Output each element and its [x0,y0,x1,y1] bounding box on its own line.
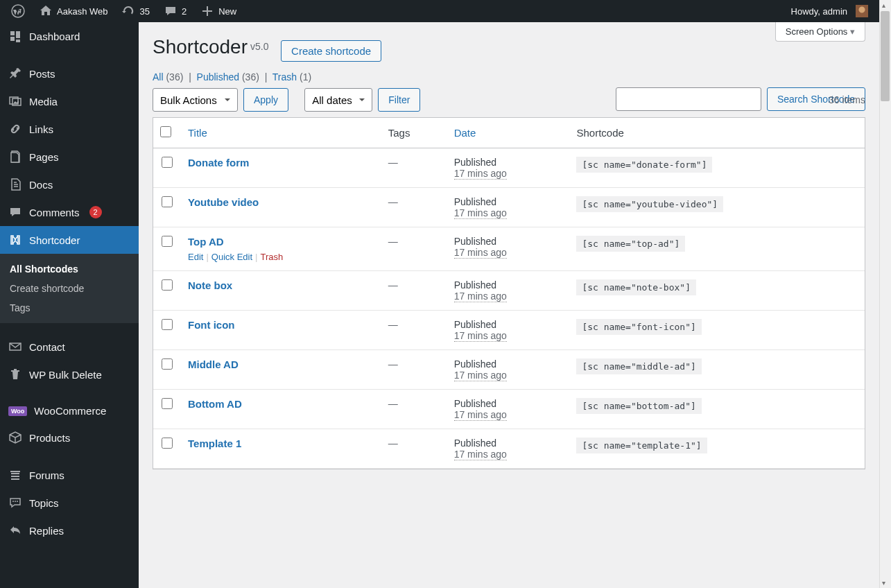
col-date[interactable]: Date [454,127,476,139]
woo-icon: Woo [8,406,27,416]
row-shortcode: [sc name="bottom-ad"] [576,398,701,414]
row-title-link[interactable]: Youtube video [188,196,259,208]
row-date: Published17 mins ago [447,350,570,390]
comments-link[interactable]: 2 [158,0,192,22]
items-count: 36 items [829,94,865,105]
row-tags: — [381,350,447,390]
sidebar-item-forums[interactable]: Forums [0,461,139,489]
dates-select[interactable]: All dates [304,88,372,112]
scroll-down-arrow[interactable]: ▾ [882,579,885,587]
filter-button[interactable]: Filter [378,88,420,112]
row-tags: — [381,271,447,311]
submenu-item-all-shortcodes[interactable]: All Shortcodes [0,259,139,279]
account-link[interactable]: Howdy, admin [786,0,874,22]
sidebar-item-docs[interactable]: Docs [0,171,139,198]
row-title-link[interactable]: Middle AD [188,358,239,370]
wp-logo[interactable] [6,0,31,22]
col-title[interactable]: Title [188,127,207,139]
row-title-link[interactable]: Font icon [188,319,235,331]
apply-button[interactable]: Apply [243,88,288,112]
sidebar-item-label: Replies [29,525,64,537]
sidebar-item-pages[interactable]: Pages [0,143,139,171]
row-date: Published17 mins ago [447,390,570,429]
sidebar-item-contact[interactable]: Contact [0,333,139,361]
filter-trash[interactable]: Trash [273,71,297,83]
wordpress-icon [11,4,25,18]
row-checkbox[interactable] [162,398,173,409]
trash-icon [8,368,22,381]
row-date: Published17 mins ago [447,188,570,227]
sidebar-item-media[interactable]: Media [0,87,139,115]
comments-count: 2 [182,6,187,17]
shortcodes-table: Title Tags Date Shortcode Donate form—Pu… [153,117,865,469]
sidebar-item-wp-bulk-delete[interactable]: WP Bulk Delete [0,361,139,388]
sidebar-item-links[interactable]: Links [0,115,139,143]
sidebar-item-dashboard[interactable]: Dashboard [0,22,139,50]
row-title-link[interactable]: Note box [188,279,232,291]
submenu-item-create-shortcode[interactable]: Create shortcode [0,279,139,298]
comment-icon [164,4,178,18]
col-tags: Tags [381,118,447,148]
row-checkbox[interactable] [162,438,173,449]
row-shortcode: [sc name="top-ad"] [576,236,685,252]
sidebar-item-label: Contact [29,341,65,353]
contact-icon [8,340,22,354]
media-icon [8,94,22,108]
sidebar-item-label: Docs [29,179,53,191]
row-tags: — [381,311,447,350]
sidebar-item-replies[interactable]: Replies [0,517,139,544]
pages-icon [8,150,22,164]
row-checkbox[interactable] [162,196,173,207]
sidebar-item-topics[interactable]: Topics [0,489,139,517]
row-title-link[interactable]: Top AD [188,236,224,248]
bulk-actions-select[interactable]: Bulk Actions [153,88,238,112]
table-row: Top ADEdit|Quick Edit|Trash—Published17 … [153,227,865,271]
home-icon [39,4,53,18]
row-checkbox[interactable] [162,236,173,247]
row-tags: — [381,227,447,271]
plugin-version: v5.0 [250,41,268,52]
row-date: Published17 mins ago [447,227,570,271]
row-checkbox[interactable] [162,319,173,330]
submenu-item-tags[interactable]: Tags [0,298,139,318]
sidebar-item-shortcoder[interactable]: Shortcoder [0,226,139,254]
quick-edit-link[interactable]: Quick Edit [211,252,252,262]
site-name-link[interactable]: Aakash Web [33,0,113,22]
row-shortcode: [sc name="note-box"] [576,279,696,295]
table-row: Font icon—Published17 mins ago[sc name="… [153,311,865,350]
sidebar-item-label: Comments [29,207,80,218]
edit-link[interactable]: Edit [188,252,203,262]
screen-options-tab[interactable]: Screen Options [775,22,865,42]
row-title-link[interactable]: Donate form [188,157,249,168]
status-filters: All (36) | Published (36) | Trash (1) [153,71,865,83]
dashboard-icon [8,29,22,43]
new-link[interactable]: New [195,0,242,22]
scroll-up-arrow[interactable]: ▴ [882,1,885,9]
sidebar-item-products[interactable]: Products [0,424,139,451]
avatar [856,5,868,17]
filter-published[interactable]: Published [197,71,240,83]
comments-icon [8,205,22,219]
trash-link[interactable]: Trash [260,252,283,262]
row-checkbox[interactable] [162,279,173,291]
replies-icon [8,524,22,537]
sidebar-item-posts[interactable]: Posts [0,60,139,87]
row-date: Published17 mins ago [447,311,570,350]
filter-all[interactable]: All [153,71,164,83]
row-checkbox[interactable] [162,157,173,168]
sidebar-item-comments[interactable]: Comments2 [0,198,139,226]
row-checkbox[interactable] [162,358,173,370]
col-shortcode: Shortcode [569,118,865,148]
table-row: Donate form—Published17 mins ago[sc name… [153,148,865,188]
create-shortcode-button[interactable]: Create shortcode [281,40,381,62]
vertical-scrollbar[interactable]: ▴ ▾ [879,0,891,588]
select-all-checkbox[interactable] [160,126,171,137]
update-icon [121,4,135,18]
row-title-link[interactable]: Template 1 [188,438,241,449]
scrollbar-thumb[interactable] [881,11,890,101]
sidebar-item-woocommerce[interactable]: WooWooCommerce [0,398,139,424]
row-title-link[interactable]: Bottom AD [188,398,242,410]
badge: 2 [89,206,102,218]
sidebar-item-label: Forums [29,469,64,481]
updates-link[interactable]: 35 [116,0,155,22]
